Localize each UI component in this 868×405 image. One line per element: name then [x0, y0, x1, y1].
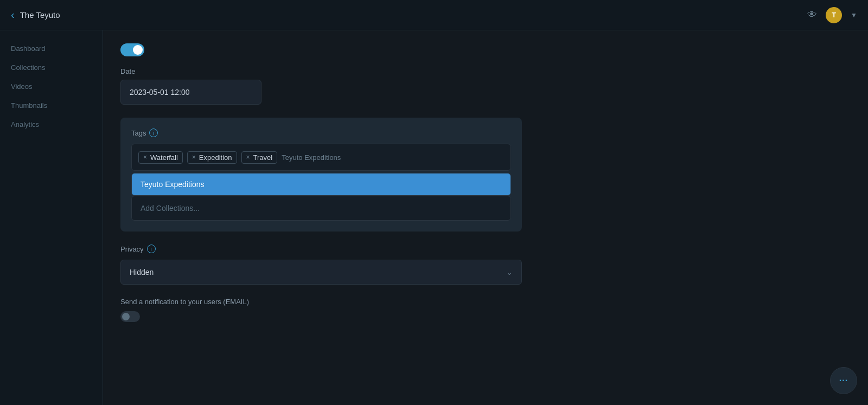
user-avatar[interactable]: T — [826, 7, 842, 23]
tags-collections-panel: Tags i × Waterfall × Expedition × Travel… — [120, 118, 522, 232]
main-content: Date 2023-05-01 12:00 Tags i × Waterfall… — [103, 30, 868, 405]
tags-section-title: Tags i — [131, 128, 511, 137]
tag-label-travel: Travel — [253, 153, 273, 162]
tag-dropdown-item-teyuto[interactable]: Teyuto Expeditions — [132, 173, 510, 195]
tag-chip-expedition: × Expedition — [187, 151, 237, 164]
tag-chip-waterfall: × Waterfall — [138, 151, 183, 164]
privacy-value: Hidden — [130, 268, 154, 277]
tag-label-waterfall: Waterfall — [150, 153, 178, 162]
add-collections-button[interactable]: Add Collections... — [131, 196, 511, 221]
privacy-label: Privacy i — [120, 245, 522, 253]
privacy-chevron-icon: ⌄ — [506, 268, 513, 277]
tags-label: Tags — [131, 129, 146, 137]
tag-dropdown: Teyuto Expeditions — [131, 173, 511, 196]
back-button[interactable]: ‹ — [11, 9, 15, 21]
chat-bubble-button[interactable]: ··· — [830, 367, 857, 394]
sidebar: Dashboard Collections Videos Thumbnails … — [0, 30, 103, 405]
topbar-title: The Teyuto — [20, 10, 60, 20]
date-label: Date — [120, 67, 851, 75]
privacy-section: Privacy i Hidden ⌄ — [120, 245, 522, 285]
sidebar-item-collections[interactable]: Collections — [0, 58, 103, 77]
privacy-info-icon[interactable]: i — [147, 245, 156, 253]
topbar: ‹ The Teyuto 👁 T ▼ — [0, 0, 868, 30]
tag-remove-expedition[interactable]: × — [192, 154, 196, 160]
tag-label-expedition: Expedition — [199, 153, 232, 162]
sidebar-item-thumbnails[interactable]: Thumbnails — [0, 96, 103, 115]
notification-label: Send a notification to your users (EMAIL… — [120, 298, 522, 306]
topbar-right: 👁 T ▼ — [807, 7, 857, 23]
tag-remove-travel[interactable]: × — [246, 154, 250, 160]
sidebar-item-dashboard[interactable]: Dashboard — [0, 39, 103, 58]
topbar-left: ‹ The Teyuto — [11, 9, 60, 21]
main-toggle[interactable] — [120, 43, 144, 56]
sidebar-item-analytics[interactable]: Analytics — [0, 115, 103, 134]
avatar-dropdown-icon[interactable]: ▼ — [851, 11, 857, 19]
tags-input-wrapper[interactable]: × Waterfall × Expedition × Travel Teyuto… — [131, 144, 511, 171]
sidebar-item-videos[interactable]: Videos — [0, 77, 103, 96]
tags-info-icon[interactable]: i — [149, 128, 158, 137]
notification-toggle[interactable] — [120, 311, 140, 322]
privacy-select[interactable]: Hidden ⌄ — [120, 260, 522, 285]
notification-section: Send a notification to your users (EMAIL… — [120, 298, 522, 322]
privacy-text: Privacy — [120, 245, 144, 253]
tag-remove-waterfall[interactable]: × — [143, 154, 147, 160]
date-input[interactable]: 2023-05-01 12:00 — [120, 80, 261, 105]
toggle-row — [120, 43, 851, 56]
tag-chip-travel: × Travel — [241, 151, 278, 164]
tag-search-text: Teyuto Expeditions — [282, 153, 341, 162]
preview-icon[interactable]: 👁 — [807, 9, 817, 21]
